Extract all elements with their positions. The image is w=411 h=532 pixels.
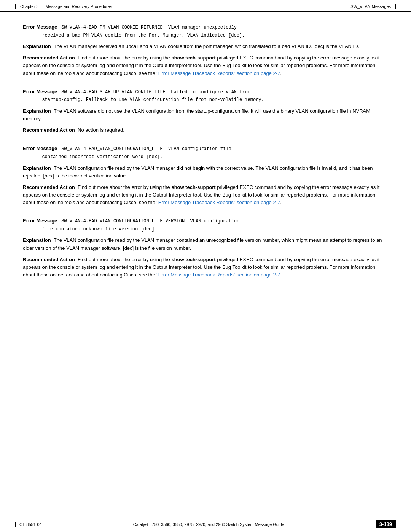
explanation-text-4: The VLAN configuration file read by the … xyxy=(23,237,382,251)
error-message-label-3: Error Message xyxy=(23,145,57,151)
header-chapter-title: Message and Recovery Procedures xyxy=(45,4,112,9)
header-left: Chapter 3 Message and Recovery Procedure… xyxy=(15,4,112,9)
explanation-label-3: Explanation xyxy=(23,165,51,171)
explanation-label-1: Explanation xyxy=(23,43,51,49)
recommended-action-2: Recommended Action No action is required… xyxy=(23,126,388,134)
header-right: SW_VLAN Messages xyxy=(350,4,396,9)
error-message-block-4: Error Message SW_VLAN-4-BAD_VLAN_CONFIGU… xyxy=(23,217,388,233)
section-3: Error Message SW_VLAN-4-BAD_VLAN_CONFIGU… xyxy=(23,145,388,206)
explanation-text-1: The VLAN manager received an upcall and … xyxy=(52,43,359,49)
error-message-label-4: Error Message xyxy=(23,218,57,224)
recommended-action-bold-1: show tech-support xyxy=(171,55,215,61)
explanation-text-3: The VLAN configuration file read by the … xyxy=(23,165,373,179)
recommended-action-label-2: Recommended Action xyxy=(23,127,75,133)
page-header: Chapter 3 Message and Recovery Procedure… xyxy=(0,0,411,12)
section-1: Error Message SW_VLAN-4-BAD_PM_VLAN_COOK… xyxy=(23,23,388,77)
footer-page-number: 3-139 xyxy=(376,520,396,528)
header-right-bar xyxy=(395,4,396,9)
footer-doc-number: OL-8551-04 xyxy=(19,522,42,527)
explanation-3: Explanation The VLAN configuration file … xyxy=(23,165,388,180)
recommended-action-label-4: Recommended Action xyxy=(23,257,75,262)
recommended-action-label-1: Recommended Action xyxy=(23,55,75,61)
recommended-action-link-1[interactable]: "Error Message Traceback Reports" sectio… xyxy=(156,70,280,76)
header-chapter-label: Chapter 3 xyxy=(20,4,38,9)
section-2: Error Message SW_VLAN-4-BAD_STARTUP_VLAN… xyxy=(23,88,388,134)
error-message-label-2: Error Message xyxy=(23,89,57,94)
recommended-action-text-1a: Find out more about the error by using t… xyxy=(76,55,171,61)
footer-left: OL-8551-04 xyxy=(15,522,42,527)
recommended-action-text-4a: Find out more about the error by using t… xyxy=(76,257,171,262)
recommended-action-1: Recommended Action Find out more about t… xyxy=(23,54,388,77)
recommended-action-link-3[interactable]: "Error Message Traceback Reports" sectio… xyxy=(156,200,280,205)
footer-center: Catalyst 3750, 3560, 3550, 2975, 2970, a… xyxy=(133,522,284,527)
explanation-1: Explanation The VLAN manager received an… xyxy=(23,43,388,50)
error-message-label-1: Error Message xyxy=(23,24,57,30)
header-left-bar xyxy=(15,4,16,9)
page-footer: OL-8551-04 Catalyst 3750, 3560, 3550, 29… xyxy=(0,516,411,532)
recommended-action-bold-4: show tech-support xyxy=(171,257,215,262)
explanation-label-4: Explanation xyxy=(23,237,51,243)
footer-left-bar xyxy=(15,522,16,527)
explanation-2: Explanation The VLAN software did not us… xyxy=(23,107,388,123)
footer-center-text: Catalyst 3750, 3560, 3550, 2975, 2970, a… xyxy=(133,522,284,527)
recommended-action-period-1: . xyxy=(280,70,282,76)
recommended-action-3: Recommended Action Find out more about t… xyxy=(23,184,388,206)
page-container: Chapter 3 Message and Recovery Procedure… xyxy=(0,0,411,532)
recommended-action-simple-2: No action is required. xyxy=(76,127,124,133)
recommended-action-text-3a: Find out more about the error by using t… xyxy=(76,184,171,190)
header-right-title: SW_VLAN Messages xyxy=(350,4,391,9)
section-4: Error Message SW_VLAN-4-BAD_VLAN_CONFIGU… xyxy=(23,217,388,279)
recommended-action-period-3: . xyxy=(280,200,282,205)
main-content: Error Message SW_VLAN-4-BAD_PM_VLAN_COOK… xyxy=(0,12,411,312)
error-message-block-2: Error Message SW_VLAN-4-BAD_STARTUP_VLAN… xyxy=(23,88,388,104)
recommended-action-4: Recommended Action Find out more about t… xyxy=(23,256,388,279)
recommended-action-bold-3: show tech-support xyxy=(171,184,215,190)
error-message-block-3: Error Message SW_VLAN-4-BAD_VLAN_CONFIGU… xyxy=(23,145,388,160)
explanation-text-2: The VLAN software did not use the VLAN c… xyxy=(23,108,370,121)
explanation-label-2: Explanation xyxy=(23,108,51,114)
recommended-action-label-3: Recommended Action xyxy=(23,184,75,190)
explanation-4: Explanation The VLAN configuration file … xyxy=(23,236,388,252)
error-code-2: SW_VLAN-4-BAD_STARTUP_VLAN_CONFIG_FILE: … xyxy=(23,89,264,103)
error-message-block-1: Error Message SW_VLAN-4-BAD_PM_VLAN_COOK… xyxy=(23,23,388,39)
recommended-action-period-4: . xyxy=(280,272,282,278)
recommended-action-link-4[interactable]: "Error Message Traceback Reports" sectio… xyxy=(156,272,280,278)
